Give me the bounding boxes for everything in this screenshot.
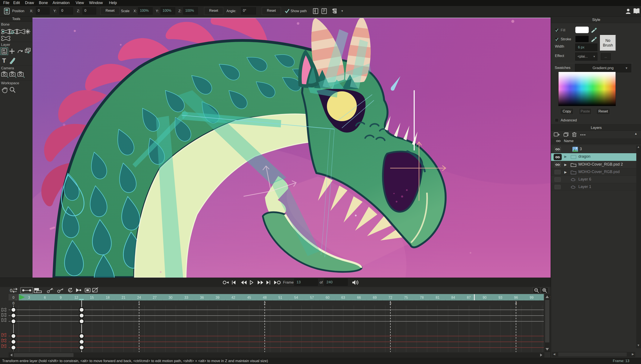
svg-text:99: 99 xyxy=(530,296,534,299)
svg-text:18: 18 xyxy=(106,296,110,299)
svg-text:36: 36 xyxy=(200,296,204,299)
svg-text:81: 81 xyxy=(436,296,440,299)
svg-text:72: 72 xyxy=(388,296,392,299)
svg-text:69: 69 xyxy=(373,296,377,299)
svg-text:57: 57 xyxy=(310,296,314,299)
svg-text:30: 30 xyxy=(169,296,172,299)
svg-text:75: 75 xyxy=(404,296,408,299)
svg-text:0: 0 xyxy=(10,288,13,293)
svg-text:0: 0 xyxy=(13,296,15,299)
svg-text:15: 15 xyxy=(90,296,94,299)
svg-text:87: 87 xyxy=(467,296,471,299)
svg-text:27: 27 xyxy=(153,296,157,299)
svg-text:42: 42 xyxy=(232,296,235,299)
svg-text:48: 48 xyxy=(263,296,267,299)
svg-text:R: R xyxy=(69,289,71,292)
svg-text:90: 90 xyxy=(483,296,487,299)
svg-text:66: 66 xyxy=(357,296,361,299)
svg-text:33: 33 xyxy=(184,296,188,299)
svg-text:78: 78 xyxy=(420,296,424,299)
svg-text:24: 24 xyxy=(137,296,141,299)
svg-text:45: 45 xyxy=(247,296,251,299)
svg-text:A: A xyxy=(51,288,53,290)
svg-text:21: 21 xyxy=(122,296,125,299)
svg-text:93: 93 xyxy=(499,296,502,299)
svg-text:9: 9 xyxy=(60,296,62,299)
svg-text:3: 3 xyxy=(28,296,30,299)
svg-text:39: 39 xyxy=(216,296,220,299)
svg-text:63: 63 xyxy=(341,296,345,299)
svg-text:T: T xyxy=(2,57,6,64)
svg-text:12: 12 xyxy=(74,296,78,299)
svg-text:6: 6 xyxy=(44,296,46,299)
svg-text:84: 84 xyxy=(451,296,455,299)
svg-text:54: 54 xyxy=(294,296,298,299)
svg-text:96: 96 xyxy=(514,296,518,299)
svg-text:0: 0 xyxy=(13,302,15,305)
svg-text:51: 51 xyxy=(278,296,282,299)
svg-text:60: 60 xyxy=(326,296,329,299)
